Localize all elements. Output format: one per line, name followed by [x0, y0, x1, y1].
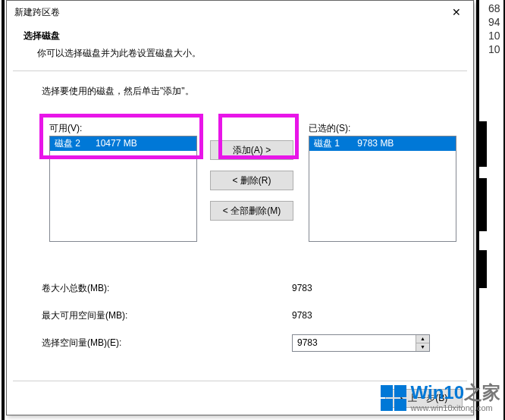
bg-numbers: 68 94 10 10	[488, 2, 505, 56]
max-space-value: 9783	[292, 310, 456, 321]
select-space-label: 选择空间量(MB)(E):	[42, 337, 292, 349]
wizard-header: 选择磁盘 你可以选择磁盘并为此卷设置磁盘大小。	[7, 24, 473, 71]
page-title: 选择磁盘	[24, 30, 456, 42]
selected-label: 已选的(S):	[309, 122, 350, 135]
remove-all-button[interactable]: < 全部删除(M)	[210, 201, 293, 221]
page-subtitle: 你可以选择磁盘并为此卷设置磁盘大小。	[37, 47, 456, 60]
close-button[interactable]: ✕	[439, 1, 473, 24]
selected-disk-item[interactable]: 磁盘 1 9783 MB	[309, 136, 456, 151]
available-label: 可用(V):	[49, 122, 82, 135]
add-button[interactable]: 添加(A) >	[210, 140, 293, 160]
instruction-text: 选择要使用的磁盘，然后单击"添加"。	[42, 85, 456, 98]
spin-up-icon[interactable]: ▲	[416, 335, 429, 343]
available-disk-item[interactable]: 磁盘 2 10477 MB	[50, 136, 196, 151]
selected-disks-listbox[interactable]: 磁盘 1 9783 MB	[309, 136, 456, 242]
windows-logo-icon	[381, 385, 406, 411]
titlebar: 新建跨区卷 ✕	[7, 1, 473, 24]
watermark-url: www.win10xitong.com	[411, 403, 493, 412]
select-space-input[interactable]	[293, 335, 416, 351]
max-space-label: 最大可用空间量(MB):	[42, 309, 292, 322]
window-title: 新建跨区卷	[14, 6, 60, 19]
watermark-brand: Win10之家	[411, 384, 500, 402]
watermark: Win10之家 www.win10xitong.com	[381, 384, 500, 412]
new-spanned-volume-dialog: 新建跨区卷 ✕ 选择磁盘 你可以选择磁盘并为此卷设置磁盘大小。 选择要使用的磁盘…	[6, 0, 474, 415]
remove-button[interactable]: < 删除(R)	[210, 171, 293, 190]
total-size-value: 9783	[292, 283, 456, 293]
total-size-label: 卷大小总数(MB):	[42, 282, 292, 295]
close-icon: ✕	[452, 6, 461, 18]
spin-down-icon[interactable]: ▼	[416, 343, 429, 351]
select-space-spinner[interactable]: ▲ ▼	[292, 334, 430, 352]
available-disks-listbox[interactable]: 磁盘 2 10477 MB	[49, 136, 197, 242]
